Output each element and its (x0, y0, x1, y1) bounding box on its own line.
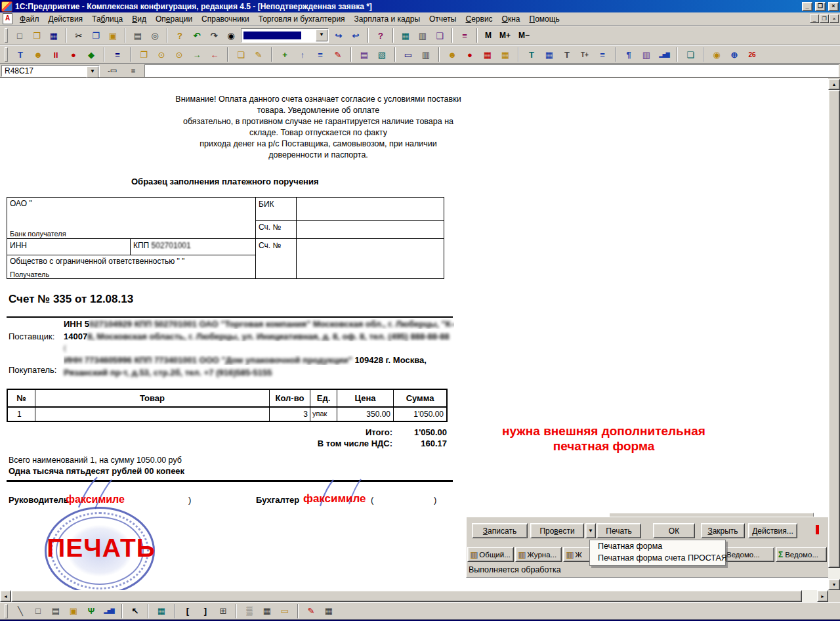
close-button[interactable]: × (828, 2, 839, 11)
find-next-icon[interactable]: ↪ (331, 28, 346, 43)
text-tool-icon[interactable]: ▤ (49, 604, 63, 618)
smiley-employee-icon[interactable]: ☻ (31, 47, 45, 62)
document-icon[interactable]: А (3, 13, 12, 24)
memory-plus-button[interactable]: M+ (497, 28, 513, 43)
goods-apple-icon[interactable]: ● (66, 47, 81, 62)
horizontal-scrollbar[interactable]: ◄ ► (0, 590, 828, 602)
print-icon[interactable]: ▤ (131, 28, 145, 43)
person-up-icon[interactable]: ↑ (295, 47, 310, 62)
open-window-icon[interactable]: ❏ (234, 47, 248, 62)
cell-reference-field[interactable]: R48C17 ▼ (1, 65, 100, 77)
vertical-scrollbar[interactable]: ▲ ▼ (828, 79, 840, 590)
menu-item-print-form-simple[interactable]: Печатная форма счета ПРОСТАЯ (590, 552, 725, 564)
scroll-up-button[interactable]: ▲ (828, 79, 840, 90)
person-report-icon[interactable]: ¶ (621, 47, 636, 62)
doc-globe-icon[interactable]: ❏ (683, 47, 698, 62)
no-edit-pencil-icon[interactable]: ✎ (304, 604, 318, 618)
scroll-left-button[interactable]: ◄ (0, 590, 11, 602)
open-file-icon[interactable]: ❒ (30, 28, 44, 43)
table-zoom-icon[interactable]: ❑ (432, 28, 447, 43)
ok-button[interactable]: ОК (653, 523, 695, 538)
cell-reference-arrow-icon[interactable]: ▼ (87, 66, 98, 78)
menu-actions[interactable]: Действия (44, 13, 88, 25)
memory-minus-button[interactable]: M− (516, 28, 532, 43)
redo-icon[interactable]: ↷ (207, 28, 221, 43)
menu-reports[interactable]: Отчеты (425, 13, 461, 25)
help-icon[interactable]: ? (373, 28, 388, 43)
actions-button[interactable]: Действия... (748, 523, 797, 538)
menu-trade-accounting[interactable]: Торговля и бухгалтерия (254, 13, 350, 25)
computer-icon[interactable]: ▭ (401, 47, 415, 62)
menu-references[interactable]: Справочники (197, 13, 254, 25)
print-button[interactable]: Печать (597, 523, 641, 538)
restore-button[interactable]: ❐ (815, 2, 826, 11)
cut-icon[interactable]: ✂ (72, 28, 86, 43)
tab-statement-2[interactable]: Σ Ведомо... (776, 547, 827, 562)
formula-input[interactable] (144, 64, 839, 77)
print-preview-icon[interactable]: ◎ (148, 28, 162, 43)
cd-help-icon[interactable]: ◉ (709, 47, 724, 62)
tab-journal[interactable]: ▥ Журна... (515, 547, 562, 562)
calculator-formula-icon[interactable]: ▥ (415, 28, 430, 43)
t-plus-doc-icon[interactable]: Т+ (578, 47, 592, 62)
scroll-down-button[interactable]: ▼ (828, 579, 840, 590)
new-document-icon[interactable]: □ (12, 28, 27, 43)
toolbar-drag-handle[interactable] (5, 28, 8, 43)
employees-icon[interactable]: ii (49, 47, 63, 62)
bracket-open-icon[interactable]: [ (180, 604, 195, 618)
menu-operations[interactable]: Операции (151, 13, 197, 25)
combobox-arrow-icon[interactable]: ▼ (316, 30, 327, 41)
copy-icon[interactable]: ❐ (89, 28, 103, 43)
globe-bird-icon[interactable]: ⊕ (727, 47, 742, 62)
close-form-button[interactable]: Закрыть (701, 523, 745, 538)
archive-drawer-icon[interactable]: ▥ (419, 47, 433, 62)
reference-book-icon[interactable]: ≡ (457, 28, 472, 43)
outgoing-doc-icon[interactable]: ← (207, 47, 222, 62)
toolbar-drag-handle[interactable] (5, 604, 8, 618)
table-header-icon[interactable]: ▦ (260, 604, 274, 618)
memory-button[interactable]: M (482, 28, 494, 43)
smiley-glasses-icon[interactable]: ☻ (445, 47, 459, 62)
help-window-icon[interactable]: ? (173, 28, 187, 43)
tab-journal-2[interactable]: ▥ Ж (563, 547, 591, 562)
reports-books-icon[interactable]: ≡ (110, 47, 125, 62)
minimize-button[interactable]: _ (802, 2, 812, 11)
user-monitor-icon[interactable]: Т (13, 47, 28, 62)
t-doc-icon[interactable]: Т (560, 47, 574, 62)
merge-cells-icon[interactable]: ⊞ (216, 604, 230, 618)
menu-view[interactable]: Вид (127, 13, 151, 25)
horizontal-scroll-thumb[interactable] (11, 590, 802, 602)
print-dropdown-button[interactable]: ▼ (585, 523, 596, 538)
scroll-right-button[interactable]: ► (817, 590, 828, 602)
find-icon[interactable]: ◉ (224, 28, 238, 43)
person-edit-icon[interactable]: ✎ (331, 47, 345, 62)
calculator-icon[interactable]: ▦ (398, 28, 413, 43)
ruler-icon[interactable]: ▭ (278, 604, 292, 618)
mdi-minimize-button[interactable]: _ (810, 14, 819, 23)
tab-statement[interactable]: Ведомо... (724, 547, 774, 562)
person-list-icon[interactable]: ≡ (313, 47, 327, 62)
staff-table-icon[interactable]: ▦ (542, 47, 556, 62)
add-person-icon[interactable]: + (278, 47, 292, 62)
mdi-close-button[interactable]: × (830, 14, 839, 23)
calendar-red-icon[interactable]: ▦ (480, 47, 495, 62)
incoming-doc-icon[interactable]: → (190, 47, 204, 62)
calendar-gold-icon[interactable]: ▦ (498, 47, 513, 62)
menu-salary-staff[interactable]: Зарплата и кадры (350, 13, 425, 25)
bracket-close-icon[interactable]: ] (198, 604, 213, 618)
line-tool-icon[interactable]: ╲ (13, 604, 28, 618)
pin-icon[interactable]: -▭ (102, 65, 122, 77)
order-doc-icon[interactable]: ≡ (595, 47, 610, 62)
toolbar-drag-handle[interactable] (5, 47, 8, 62)
equals-button[interactable]: = (125, 65, 142, 77)
rectangle-tool-icon[interactable]: □ (31, 604, 45, 618)
menu-windows[interactable]: Окна (497, 13, 525, 25)
grid-dots-icon[interactable]: ▒ (242, 604, 257, 618)
cell-names-icon[interactable]: ▦ (154, 604, 169, 618)
menu-help[interactable]: Помощь (525, 13, 564, 25)
money-stack-icon[interactable]: ⊙ (172, 47, 186, 62)
picture-tool-icon[interactable]: ▣ (66, 604, 81, 618)
menu-service[interactable]: Сервис (461, 13, 497, 25)
books-icon[interactable]: ▤ (357, 47, 371, 62)
tariff-doc-icon[interactable]: Т (524, 47, 539, 62)
